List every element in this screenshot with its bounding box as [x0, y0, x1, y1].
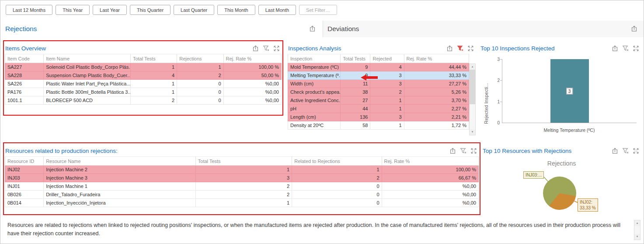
filter-button-last-12-months[interactable]: Last 12 Months: [6, 5, 52, 15]
table-row[interactable]: 0B014Injection_Inyección_Injetora10%0,00: [5, 199, 479, 207]
rejections-section-header[interactable]: Rejections: [0, 21, 323, 37]
table-row[interactable]: INJ01Injection Machine 120%0,00: [5, 182, 479, 191]
column-header[interactable]: Item Name: [44, 54, 131, 63]
table-row[interactable]: Check product's appea...3825,26 %: [288, 88, 469, 96]
dashboard-screen: Last 12 MonthsThis YearLast YearThis Qua…: [0, 0, 644, 244]
table-cell: 3: [370, 71, 404, 80]
column-header[interactable]: Rej. Rate %: [404, 54, 469, 63]
export-icon[interactable]: [612, 45, 618, 52]
export-icon[interactable]: [449, 148, 456, 154]
table-cell: 1: [370, 96, 404, 105]
y-tick-label: 0: [492, 120, 500, 125]
table-row[interactable]: Active Ingredient Conc...2713,70 %: [288, 96, 469, 105]
rejections-title: Rejections: [5, 25, 37, 33]
pie-chart-area: Rejections INJ03:... INJ02: 33,33 %: [482, 156, 641, 215]
table-cell: Plastic Water Inlet Part_Peça Plástica..…: [44, 80, 131, 88]
top-inspections-rejected-panel: Top 10 Inspections Rejected Rejected Ins…: [480, 42, 641, 137]
table-cell: 33,33 %: [404, 71, 469, 80]
export-icon[interactable]: [252, 45, 259, 52]
table-cell: SA227: [5, 63, 44, 71]
expand-icon[interactable]: [467, 45, 474, 52]
deviations-section-header[interactable]: Deviations: [323, 21, 644, 37]
table-cell: 1: [370, 105, 404, 113]
table-cell: 100,00 %: [223, 63, 281, 71]
filter-button-this-year[interactable]: This Year: [56, 5, 90, 15]
clear-filter-icon[interactable]: [622, 148, 629, 154]
scroll-down-button[interactable]: ▼: [470, 129, 475, 135]
table-cell: Solenoid Coil Plastic Body_Corpo Plás...: [44, 63, 131, 71]
filter-button-last-quarter[interactable]: Last Quarter: [174, 5, 214, 15]
scrollbar[interactable]: ▲ ▼: [634, 220, 641, 240]
table-cell: SA226: [5, 80, 44, 88]
table-cell: 0: [177, 88, 223, 96]
table-cell: 2: [370, 88, 404, 96]
table-cell: 11: [341, 80, 370, 88]
clear-filter-icon[interactable]: [460, 148, 466, 154]
column-header[interactable]: Total Tests: [341, 54, 370, 63]
scroll-thumb[interactable]: [470, 70, 475, 104]
active-filter-icon[interactable]: [457, 45, 463, 52]
column-header[interactable]: Total Tests: [130, 54, 177, 63]
scroll-down-button[interactable]: ▼: [634, 234, 640, 240]
export-icon[interactable]: [631, 25, 637, 32]
table-row[interactable]: PA176Plastic Bottle 300ml_Botella Plásti…: [5, 88, 282, 96]
table-cell: Driller_Taladro_Furadeira: [44, 191, 196, 199]
table-row[interactable]: pH4412,27 %: [288, 105, 469, 113]
column-header[interactable]: Item Code: [5, 54, 44, 63]
column-header[interactable]: Total Tests: [195, 157, 292, 166]
bar-chart: Rejected Inspecti... 3 2 1 0 3 Melting T…: [483, 56, 638, 136]
column-header[interactable]: Rejections: [177, 54, 223, 63]
table-row[interactable]: SA227Solenoid Coil Plastic Body_Corpo Pl…: [5, 63, 282, 71]
table-row[interactable]: Density at 20ºC5811,72 %: [288, 121, 469, 130]
table-cell: Injection Machine 3: [44, 174, 196, 182]
panel-title: Inspections Analysis: [288, 45, 341, 52]
table-cell: 27,27 %: [404, 80, 469, 88]
table-row[interactable]: 1001.1BLORECEP 500 ACD20%0,00: [5, 96, 282, 105]
set-filter-button[interactable]: Set Filter…: [299, 5, 337, 15]
table-row[interactable]: SA226Plastic Water Inlet Part_Peça Plást…: [5, 80, 282, 88]
column-header[interactable]: Resource Name: [44, 157, 196, 166]
expand-icon[interactable]: [273, 45, 280, 52]
column-header[interactable]: Inspection: [288, 54, 341, 63]
table-cell: 3: [195, 174, 292, 182]
table-row[interactable]: Width (cm)11327,27 %: [288, 80, 469, 88]
table-row[interactable]: Length (cm)13632,21 %: [288, 113, 469, 121]
date-filter-buttons: Last 12 MonthsThis YearLast YearThis Qua…: [6, 5, 296, 15]
column-header[interactable]: Rej. Rate %: [382, 157, 478, 166]
expand-icon[interactable]: [633, 148, 639, 154]
column-header[interactable]: Related to Rejections: [292, 157, 382, 166]
pie-chart[interactable]: [543, 177, 576, 210]
table-cell: 0: [177, 96, 223, 105]
column-header[interactable]: Resource ID: [5, 157, 44, 166]
table-row[interactable]: 0B026Driller_Taladro_Furadeira20%0,00: [5, 191, 479, 199]
table-cell: Density at 20ºC: [288, 121, 341, 130]
table-row[interactable]: SA228Suspension Clamp Plastic Body_Cuer.…: [5, 71, 282, 80]
export-icon[interactable]: [612, 148, 618, 154]
bar-melting-temperature[interactable]: 3: [550, 59, 589, 123]
clear-filter-icon[interactable]: [263, 45, 269, 52]
filter-button-last-month[interactable]: Last Month: [258, 5, 296, 15]
export-icon[interactable]: [446, 45, 453, 52]
filter-button-last-year[interactable]: Last Year: [93, 5, 127, 15]
table-row[interactable]: INJ02Injection Machine 211100,00 %: [5, 166, 479, 174]
export-icon[interactable]: [309, 25, 316, 32]
column-header[interactable]: Rejected: [370, 54, 404, 63]
scroll-up-button[interactable]: ▲: [470, 64, 475, 70]
expand-icon[interactable]: [470, 148, 477, 154]
clear-filter-icon[interactable]: [622, 45, 629, 52]
expand-icon[interactable]: [633, 45, 639, 52]
column-header[interactable]: Rej. Rate %: [223, 54, 281, 63]
scrollbar[interactable]: ▲ ▼: [469, 64, 476, 135]
filter-button-this-month[interactable]: This Month: [217, 5, 255, 15]
table-cell: Width (cm): [288, 80, 341, 88]
table-cell: 50,00 %: [223, 71, 281, 80]
table-cell: %0,00: [223, 80, 281, 88]
table-cell: BLORECEP 500 ACD: [44, 96, 131, 105]
filter-button-this-quarter[interactable]: This Quarter: [130, 5, 171, 15]
table-row[interactable]: INJ03Injection Machine 33266,67 %: [5, 174, 479, 182]
table-cell: 2: [195, 182, 292, 191]
table-row[interactable]: Melting Temperature (º...9333,33 %: [288, 71, 469, 80]
table-row[interactable]: Mold Temperature (ºC)9444,44 %: [288, 63, 469, 71]
inspections-analysis-table: InspectionTotal TestsRejectedRej. Rate %…: [288, 54, 469, 130]
scroll-up-button[interactable]: ▲: [634, 220, 640, 226]
